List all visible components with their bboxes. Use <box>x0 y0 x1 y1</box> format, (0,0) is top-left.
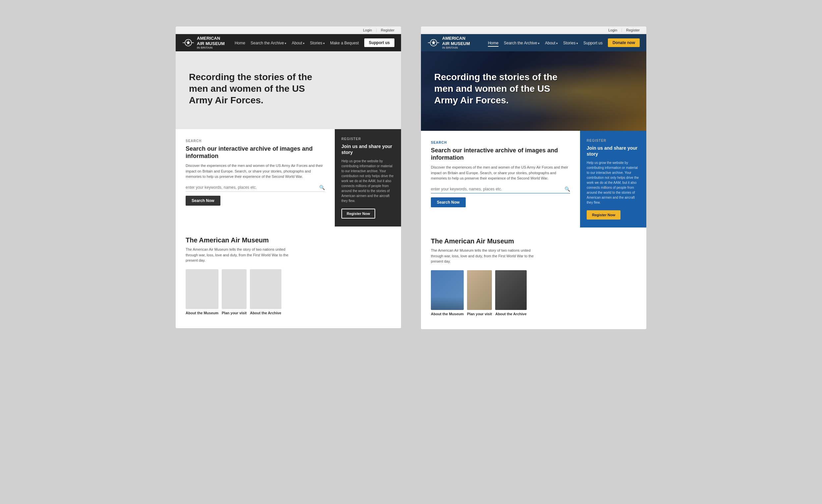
left-support-button[interactable]: Support us <box>364 38 394 47</box>
left-search-label: SEARCH <box>185 139 325 143</box>
right-search-input-row: 🔍 <box>431 186 570 193</box>
left-bottom-section: The American Air Museum The American Air… <box>176 227 401 328</box>
left-search-description: Discover the experiences of the men and … <box>185 163 325 179</box>
left-card-label-3: About the Archive <box>250 311 281 315</box>
left-search-input[interactable] <box>185 185 319 190</box>
right-card-1: About the Museum <box>431 270 464 316</box>
left-nav-bequest[interactable]: Make a Bequest <box>330 41 359 45</box>
left-auth-bar: Login | Register <box>176 26 401 34</box>
left-register-heading: Join us and share your story <box>341 143 394 155</box>
left-hero-title: Recording the stories of the men and wom… <box>189 71 315 106</box>
left-card-label-2: Plan your visit <box>222 311 247 315</box>
right-card-thumb-1 <box>431 270 464 310</box>
left-search-button[interactable]: Search Now <box>185 196 221 206</box>
left-card-1: About the Museum <box>185 269 219 315</box>
left-logo-icon <box>182 37 194 49</box>
left-nav-home[interactable]: Home <box>235 41 245 45</box>
right-donate-button[interactable]: Donate now <box>608 38 640 47</box>
right-card-grid: About the Museum Plan your visit About t… <box>431 270 637 316</box>
right-card-label-3: About the Archive <box>495 312 526 316</box>
svg-marker-1 <box>186 40 190 45</box>
left-logo: AMERICAN AIR MUSEUM IN BRITAIN <box>182 36 225 50</box>
left-nav-stories[interactable]: Stories <box>310 41 325 45</box>
right-mid-section: SEARCH Search our interactive archive of… <box>421 131 646 227</box>
right-bottom-section: The American Air Museum The American Air… <box>421 227 646 329</box>
left-search-icon: 🔍 <box>319 185 325 190</box>
right-navbar: AMERICAN AIR MUSEUM IN BRITAIN Home Sear… <box>421 34 646 51</box>
right-auth-bar: Login | Register <box>421 26 646 34</box>
left-register-description: Help us grow the website by contributing… <box>341 159 394 203</box>
left-museum-heading: The American Air Museum <box>185 236 391 244</box>
left-nav-links: Home Search the Archive About Stories Ma… <box>235 38 394 47</box>
right-card-thumb-2 <box>467 270 492 310</box>
left-register-button[interactable]: Register Now <box>341 209 375 219</box>
left-card-thumb-2 <box>222 269 247 309</box>
left-login-link[interactable]: Login <box>363 28 372 32</box>
right-search-label: SEARCH <box>431 141 570 144</box>
right-login-link[interactable]: Login <box>608 28 617 32</box>
right-hero-title: Recording the stories of the men and wom… <box>434 71 560 106</box>
left-nav-search[interactable]: Search the Archive <box>251 41 286 45</box>
right-register-button[interactable]: Register Now <box>587 210 621 220</box>
left-card-2: Plan your visit <box>222 269 247 315</box>
right-search-icon: 🔍 <box>564 186 570 192</box>
right-panel: Login | Register AMERICAN AIR MUSEUM IN … <box>421 26 646 329</box>
right-nav-home[interactable]: Home <box>488 41 498 47</box>
right-card-2: Plan your visit <box>467 270 492 316</box>
left-nav-about[interactable]: About <box>292 41 305 45</box>
right-register-label: REGISTER <box>587 139 640 142</box>
right-logo: AMERICAN AIR MUSEUM IN BRITAIN <box>428 36 470 50</box>
right-card-3: About the Archive <box>495 270 526 316</box>
right-register-col: REGISTER Join us and share your story He… <box>580 131 646 227</box>
left-search-heading: Search our interactive archive of images… <box>185 145 325 160</box>
right-card-thumb-3 <box>495 270 526 310</box>
left-panel: Login | Register AMERICAN AIR MUSEUM IN … <box>176 26 401 328</box>
left-card-label-1: About the Museum <box>185 311 219 315</box>
right-search-input[interactable] <box>431 187 564 191</box>
left-museum-description: The American Air Museum tells the story … <box>185 247 298 263</box>
right-search-col: SEARCH Search our interactive archive of… <box>421 131 580 227</box>
left-search-col: SEARCH Search our interactive archive of… <box>176 129 335 227</box>
right-search-description: Discover the experiences of the men and … <box>431 165 570 181</box>
left-card-grid: About the Museum Plan your visit About t… <box>185 269 391 315</box>
left-register-link[interactable]: Register <box>381 28 394 32</box>
right-register-description: Help us grow the website by contributing… <box>587 160 640 205</box>
right-search-heading: Search our interactive archive of images… <box>431 147 570 161</box>
right-hero: Recording the stories of the men and wom… <box>421 51 646 131</box>
svg-marker-5 <box>431 40 436 45</box>
left-mid-section: SEARCH Search our interactive archive of… <box>176 129 401 227</box>
right-register-heading: Join us and share your story <box>587 145 640 157</box>
left-card-thumb-1 <box>185 269 219 309</box>
left-card-thumb-3 <box>250 269 281 309</box>
right-nav-stories[interactable]: Stories <box>563 41 578 45</box>
right-nav-support[interactable]: Support us <box>583 41 602 45</box>
left-register-col: REGISTER Join us and share your story He… <box>335 129 401 227</box>
left-register-label: REGISTER <box>341 137 394 141</box>
right-card-label-2: Plan your visit <box>467 312 492 316</box>
left-navbar: AMERICAN AIR MUSEUM IN BRITAIN Home Sear… <box>176 34 401 51</box>
right-museum-description: The American Air Museum tells the story … <box>431 248 543 264</box>
right-search-button[interactable]: Search Now <box>431 197 466 207</box>
right-nav-links: Home Search the Archive About Stories Su… <box>488 38 640 47</box>
right-museum-heading: The American Air Museum <box>431 237 637 245</box>
left-search-input-row: 🔍 <box>185 185 325 192</box>
right-logo-icon <box>428 37 439 49</box>
right-card-label-1: About the Museum <box>431 312 464 316</box>
left-hero: Recording the stories of the men and wom… <box>176 51 401 129</box>
right-register-link[interactable]: Register <box>626 28 640 32</box>
left-card-3: About the Archive <box>250 269 281 315</box>
right-nav-about[interactable]: About <box>545 41 558 45</box>
right-nav-search[interactable]: Search the Archive <box>504 41 539 45</box>
